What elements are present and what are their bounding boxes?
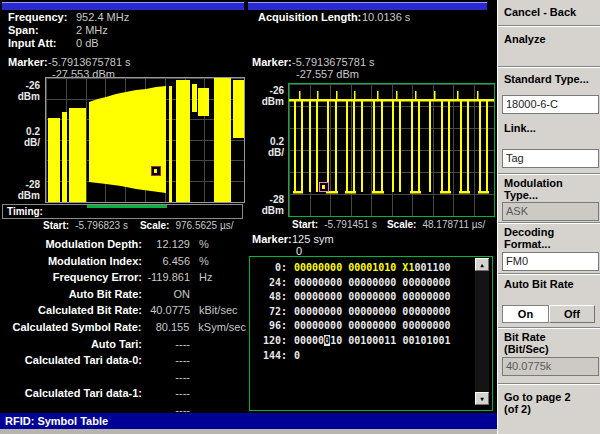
right-y-bottom-label: -28dBm: [254, 194, 284, 216]
decoding-format-button[interactable]: DecodingFormat...: [504, 226, 554, 250]
modulation-type-field[interactable]: ASK: [502, 202, 599, 221]
status-bar-text: RFID: Symbol Table: [5, 415, 108, 427]
scroll-down-icon: ▼: [480, 395, 484, 402]
input-att-value: 0 dB: [76, 37, 99, 49]
symbol-row: 72:00000000 00000000 00000000: [250, 305, 492, 320]
measurement-row: ----: [0, 368, 246, 385]
left-y-mid-label: 0.2dB/: [12, 126, 40, 148]
right-marker-level: -27.557 dBm: [296, 68, 359, 80]
sidebar-separator: [498, 327, 600, 329]
sidebar-separator: [498, 383, 600, 385]
power-vs-time-chart: [45, 77, 245, 203]
span-label: Span:: [8, 24, 39, 36]
symbol-table: 0:00000000 00001010 X1001100 24:00000000…: [249, 256, 493, 411]
link-field[interactable]: Tag: [502, 149, 599, 168]
left-start-scale: Start:-5.796823 s Scale:976.5625 µs/: [43, 220, 233, 231]
right-panel-titlebar[interactable]: [248, 2, 487, 10]
softkey-sidebar: Cancel - Back Analyze Standard Type... 1…: [497, 0, 600, 434]
symbol-row: 48:00000000 00000000 00000000: [250, 290, 492, 305]
span-value: 2 MHz: [76, 24, 108, 36]
table-marker-label: Marker:: [252, 233, 292, 245]
timing-gate-indicator: [87, 205, 167, 208]
measurement-row: Calculated Tari data-1:----: [0, 385, 246, 402]
auto-bit-rate-off-button[interactable]: Off: [549, 305, 595, 323]
frequency-value: 952.4 MHz: [76, 11, 129, 23]
analyze-button[interactable]: Analyze: [504, 33, 546, 45]
left-marker-label: Marker:: [8, 56, 48, 68]
left-chart-marker: [151, 166, 161, 176]
left-y-bottom-label: -28dBm: [12, 179, 40, 201]
symbol-table-scrollbar[interactable]: ▲ ▼: [475, 258, 489, 405]
left-panel-titlebar[interactable]: [2, 2, 244, 10]
measurement-row: Calculated Symbol Rate:80.155kSym/sec: [0, 319, 246, 336]
scroll-down-button[interactable]: ▼: [475, 392, 489, 405]
right-chart-marker: [319, 182, 329, 192]
measurement-row: Modulation Depth:12.129%: [0, 236, 246, 253]
sidebar-separator: [498, 25, 600, 27]
measurement-row: Auto Tari:----: [0, 335, 246, 352]
measurement-row: Modulation Index:6.456%: [0, 253, 246, 270]
frequency-label: Frequency:: [8, 11, 67, 23]
symbol-row: 120:00000010 00100011 00101001: [250, 334, 492, 349]
right-marker-label: Marker:: [252, 56, 292, 68]
sidebar-separator: [498, 66, 600, 68]
scroll-up-icon: ▲: [480, 261, 484, 268]
standard-type-field[interactable]: 18000-6-C: [502, 95, 599, 114]
left-y-top-label: -26dBm: [12, 80, 40, 102]
measurement-row: Frequency Error:-119.861Hz: [0, 269, 246, 286]
acquisition-length-value: 10.0136 s: [362, 11, 410, 23]
left-marker-time: -5.7913675781 s: [48, 56, 131, 68]
sidebar-separator: [498, 273, 600, 275]
symbol-row: 144:0: [250, 349, 492, 364]
right-start-scale: Start:-5.791451 s Scale:48.178711 µs/: [292, 219, 485, 230]
power-vs-time-trace: [46, 78, 244, 202]
measurement-row: Calculated Bit Rate:40.0775kBit/sec: [0, 302, 246, 319]
decoding-format-field[interactable]: FM0: [502, 252, 599, 271]
timing-bar: Timing:: [2, 204, 243, 219]
input-att-label: Input Att:: [8, 37, 56, 49]
zoomed-waveform-trace: [289, 84, 494, 216]
bit-rate-label: Bit Rate(Bit/Sec): [504, 331, 549, 355]
sidebar-separator: [498, 222, 600, 224]
cancel-back-button[interactable]: Cancel - Back: [504, 6, 576, 18]
rfid-analyzer-screen: Frequency: 952.4 MHz Span: 2 MHz Input A…: [0, 0, 600, 434]
measurements-panel: Modulation Depth:12.129% Modulation Inde…: [0, 236, 246, 418]
right-y-top-label: -26dBm: [254, 85, 284, 107]
standard-type-button[interactable]: Standard Type...: [504, 73, 589, 85]
measurement-row: Calculated Tari data-0:----: [0, 352, 246, 369]
right-y-mid-label: 0.2dB/: [254, 136, 284, 158]
symbol-row: 0:00000000 00001010 X1001100: [250, 261, 492, 276]
bit-rate-field[interactable]: 40.0775k: [502, 357, 599, 376]
scroll-up-button[interactable]: ▲: [475, 258, 489, 271]
zoomed-waveform-chart: [288, 83, 495, 217]
right-marker-time: -5.7913675781 s: [292, 56, 375, 68]
modulation-type-button[interactable]: ModulationType...: [504, 177, 563, 201]
symbol-row: 24:00000000 00000000 00000000: [250, 276, 492, 291]
measurement-row: Auto Bit Rate:ON: [0, 286, 246, 303]
symbol-row: 96:00000000 00000000 00000000: [250, 319, 492, 334]
acquisition-length-label: Acquisition Length:: [258, 11, 361, 23]
sidebar-separator: [498, 173, 600, 175]
link-button[interactable]: Link...: [504, 122, 536, 134]
auto-bit-rate-label: Auto Bit Rate: [504, 278, 574, 290]
auto-bit-rate-on-button[interactable]: On: [502, 305, 549, 323]
timing-label: Timing:: [7, 206, 43, 217]
go-to-page-2-button[interactable]: Go to page 2(of 2): [504, 391, 571, 415]
status-bar: RFID: Symbol Table: [0, 413, 497, 429]
table-marker-position: 125 sym: [292, 233, 334, 245]
